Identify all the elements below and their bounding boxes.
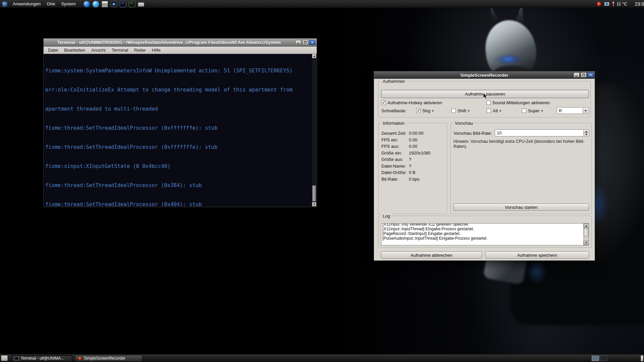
scrollbar-thumb[interactable] [312, 185, 316, 201]
modifier-shift-checkbox[interactable]: Shift + [451, 108, 470, 113]
chevron-down-icon[interactable] [583, 108, 588, 113]
thermometer-icon [612, 1, 614, 7]
taskbar-item-label: Terminal - ulf@UNIMA... [21, 356, 64, 361]
workspace-1[interactable] [592, 356, 599, 361]
notification-icon[interactable] [597, 2, 601, 6]
checkbox-icon [381, 101, 386, 105]
network-icon[interactable] [604, 2, 609, 6]
maximize-icon[interactable] [581, 72, 587, 77]
minimize-icon[interactable] [574, 72, 580, 77]
terminal-window: Terminal - ulf@UNIMATRIX0001:~/Wineprefi… [43, 38, 317, 207]
log-line: [X11Input::InputThread] Eingabe-Prozess … [382, 227, 583, 231]
terminal-scrollbar[interactable] [312, 54, 316, 206]
menu-orte[interactable]: Orte [44, 0, 58, 8]
shortcut-label: Schnelltaste: [381, 108, 406, 113]
panel-handle[interactable] [641, 355, 643, 361]
info-value: 0 B [409, 170, 416, 175]
ssr-body: Aufnehmen Aufnahme pausieren Aufnahme-Ho… [375, 79, 593, 259]
modifier-alt-checkbox[interactable]: Alt + [487, 108, 501, 113]
terminal-titlebar[interactable]: Terminal - ulf@UNIMATRIX0001:~/Wineprefi… [44, 39, 317, 47]
terminal-menu-hilfe[interactable]: Hilfe [149, 47, 164, 54]
scrollbar-thumb[interactable] [584, 228, 588, 236]
terminal-output[interactable]: fixme:system:SystemParametersInfoW Unimp… [44, 54, 312, 206]
log-group-title: Log [381, 214, 391, 219]
close-icon[interactable]: ✕ [309, 40, 315, 45]
info-label: Größe ein: [381, 150, 402, 156]
preview-rate-spinbox[interactable]: 10 [495, 129, 589, 136]
hotkey-checkbox[interactable]: Aufnahme-Hotkey aktivieren [381, 100, 442, 105]
checkbox-icon [522, 109, 526, 113]
scroll-down-icon[interactable] [312, 202, 316, 206]
terminal-line: err:ole:CoInitializeEx Attempt to change… [45, 87, 312, 93]
hotkey-checkbox-label: Aufnahme-Hotkey aktivieren [387, 100, 442, 105]
printer-launcher-icon[interactable] [102, 1, 108, 7]
terminal-menu-ansicht[interactable]: Ansicht [88, 47, 109, 54]
show-desktop-icon[interactable] [1, 355, 8, 361]
scroll-up-icon[interactable] [584, 224, 589, 228]
sound-notifications-checkbox[interactable]: Sound-Mitteilungen aktivieren [486, 100, 550, 105]
log-scrollbar[interactable] [583, 224, 589, 245]
terminal-launcher-icon-2[interactable] [129, 1, 135, 7]
terminal-line: fixme:thread:SetThreadIdealProcessor (0x… [45, 125, 312, 131]
ssr-titlebar[interactable]: SimpleScreenRecorder ✕ [374, 71, 595, 79]
terminal-titlebar-buttons: ✕ [294, 40, 315, 45]
info-label: Bit-Rate: [381, 177, 398, 182]
scroll-up-icon[interactable] [312, 54, 316, 58]
terminal-icon [14, 357, 19, 360]
terminal-line: apartment threaded to multi-threaded [45, 106, 312, 112]
applications-menu-icon[interactable] [2, 1, 8, 7]
spin-down-icon[interactable] [583, 133, 589, 136]
checkbox-icon [451, 109, 456, 113]
keyboard-launcher-icon[interactable] [138, 2, 144, 7]
modifier-alt-label: Alt + [493, 108, 501, 113]
clock-label[interactable]: 23:00 [635, 0, 644, 8]
taskbar-item-terminal[interactable]: Terminal - ulf@UNIMA... [11, 355, 72, 362]
taskbar-item-ssr[interactable]: SimpleScreenRecorder [75, 355, 142, 362]
start-preview-button[interactable]: Vorschau starten [453, 203, 589, 211]
info-value: 0:00:00 [409, 131, 423, 136]
preview-group: Vorschau [450, 123, 592, 214]
preview-group-title: Vorschau [453, 121, 474, 126]
mouse-cursor [483, 93, 490, 101]
info-value: 0 bps [409, 177, 420, 182]
terminal-menu-datei[interactable]: Datei [45, 47, 61, 54]
terminal-line: fixme:xinput:XInputGetState (0 0x4bcc40) [45, 163, 312, 170]
maximize-icon[interactable] [302, 40, 308, 45]
modifier-super-label: Super + [528, 108, 543, 113]
log-line: [X11Input::Init] Verwende X11 geteilten … [382, 223, 583, 227]
save-recording-button[interactable]: Aufnahme speichern [485, 251, 589, 259]
terminal-menu-reiter[interactable]: Reiter [131, 47, 149, 54]
panel-launchers [84, 1, 144, 7]
spin-up-icon[interactable] [583, 130, 589, 133]
workspace-pager [592, 356, 607, 361]
info-value: 0.00 [409, 137, 417, 142]
modifier-ctrl-checkbox[interactable]: Strg + [416, 108, 434, 113]
feather-launcher-icon[interactable] [84, 1, 90, 7]
info-value: 644x362 [409, 150, 430, 156]
terminal-menu-bearbeiten[interactable]: Bearbeiten [61, 47, 88, 54]
minimize-icon[interactable] [295, 40, 301, 45]
modifier-ctrl-label: Strg + [422, 108, 434, 113]
hotkey-key-select[interactable]: R [557, 107, 589, 114]
close-icon[interactable]: ✕ [588, 72, 594, 77]
media-launcher-icon[interactable] [111, 1, 117, 7]
checkbox-icon [486, 101, 491, 105]
temperature-label: 11 °C [616, 0, 627, 8]
log-lines: [X11Input::Init] Verwende X11 geteilten … [382, 223, 583, 241]
browser-launcher-icon[interactable] [93, 1, 99, 7]
info-label: Gesamt Zeit: [381, 131, 406, 136]
workspace-2[interactable] [600, 356, 607, 361]
log-line: [PageRecord::StartInput] Eingabe gestart… [382, 231, 583, 236]
modifier-super-checkbox[interactable]: Super + [522, 108, 543, 113]
terminal-launcher-icon[interactable] [120, 1, 126, 7]
terminal-line: fixme:thread:SetThreadIdealProcessor (0x… [45, 144, 312, 150]
terminal-line: fixme:system:SystemParametersInfoW Unimp… [45, 68, 312, 74]
info-label: Datei-Größe: [381, 170, 407, 175]
scroll-down-icon[interactable] [584, 241, 589, 245]
terminal-menu-terminal[interactable]: Terminal [109, 47, 131, 54]
taskbar: Terminal - ulf@UNIMA... SimpleScreenReco… [0, 354, 644, 362]
menu-system[interactable]: System [58, 0, 78, 8]
cancel-recording-button[interactable]: Aufnahme abbrechen [381, 251, 482, 259]
menu-anwendungen[interactable]: Anwendungen [10, 0, 44, 8]
log-list[interactable]: [X11Input::Init] Verwende X11 geteilten … [381, 223, 589, 245]
